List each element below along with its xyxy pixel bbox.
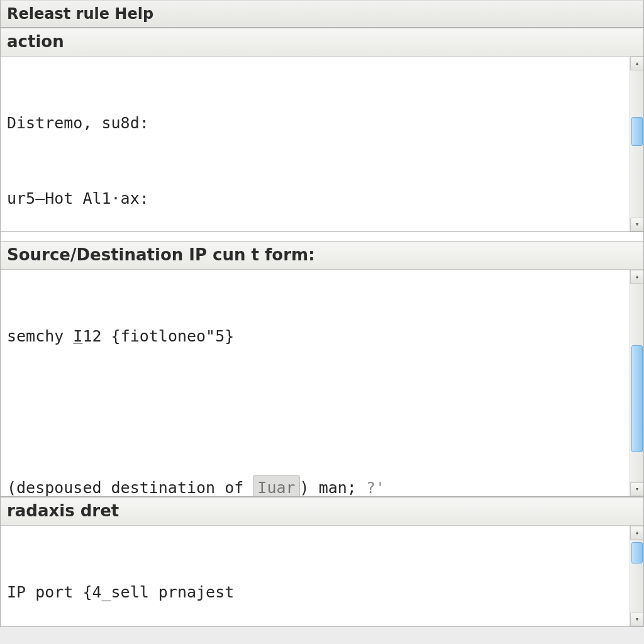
panel-sdip-body[interactable]: semchy I12 {fiotloneo"5} (despoused dest…	[1, 270, 643, 496]
panel-action-header: action	[1, 28, 643, 57]
scroll-down-icon[interactable]: ▾	[630, 482, 643, 496]
code-line: ur5–Hot Al1·ax:	[7, 186, 626, 211]
window-title: Releast rule Help	[7, 5, 153, 23]
code-line: semchy I12 {fiotloneo"5}	[7, 324, 626, 349]
scroll-thumb[interactable]	[631, 542, 643, 564]
code-line: (despoused destination of Iuar) man; ?'	[7, 475, 626, 496]
scroll-thumb[interactable]	[631, 117, 643, 146]
scroll-down-icon[interactable]: ▾	[630, 218, 643, 231]
scroll-up-icon[interactable]: ▴	[630, 270, 643, 284]
panel-action: action Distremo, su8d: ur5–Hot Al1·ax: I…	[0, 28, 644, 232]
panel-radaxis: radaxis dret IP port {4_sell prnajest de…	[0, 497, 644, 627]
scrollbar-vertical[interactable]: ▴ ▾	[630, 57, 643, 231]
scroll-down-icon[interactable]: ▾	[630, 613, 643, 626]
app-window: Releast rule Help action Distremo, su8d:…	[0, 0, 644, 644]
panel-radaxis-header: radaxis dret	[1, 497, 643, 526]
scrollbar-vertical[interactable]: ▴ ▾	[630, 526, 643, 626]
panel-action-body[interactable]: Distremo, su8d: ur5–Hot Al1·ax: ITX–Not …	[1, 57, 643, 231]
code-line: Distremo, su8d:	[7, 111, 626, 136]
panel-radaxis-body[interactable]: IP port {4_sell prnajest detrotiol {-28}…	[1, 526, 643, 626]
scroll-up-icon[interactable]: ▴	[630, 57, 643, 70]
panel-sdip-header: Source/Destination IP cun t form:	[1, 242, 643, 270]
window-titlebar: Releast rule Help	[0, 0, 644, 28]
scrollbar-vertical[interactable]: ▴ ▾	[630, 270, 643, 496]
scroll-up-icon[interactable]: ▴	[630, 526, 643, 540]
scroll-thumb[interactable]	[631, 345, 643, 452]
code-line: IP port {4_sell prnajest	[7, 580, 626, 605]
panel-sdip: Source/Destination IP cun t form: semchy…	[0, 241, 644, 497]
panel-spacer	[0, 232, 644, 241]
code-line	[7, 399, 626, 425]
